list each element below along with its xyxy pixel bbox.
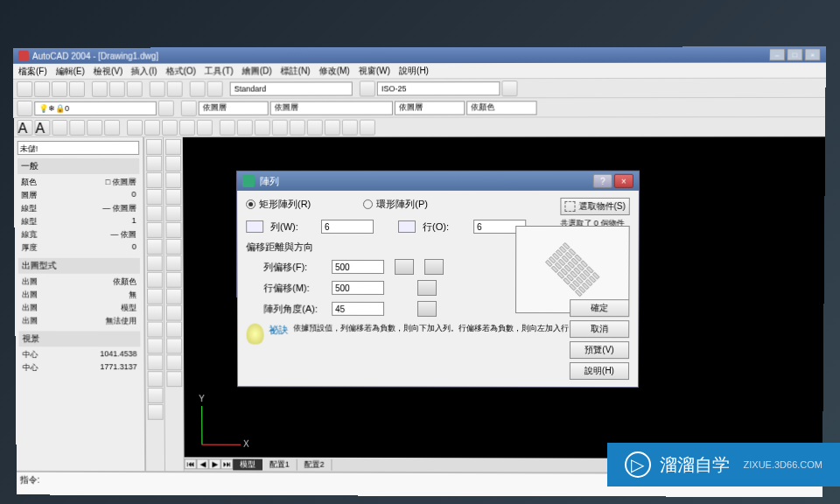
line-icon[interactable] <box>146 139 162 155</box>
insert-icon[interactable] <box>147 322 163 338</box>
menu-file[interactable]: 檔案(F) <box>18 65 47 77</box>
ellipse-icon[interactable] <box>147 289 163 304</box>
rows-input[interactable] <box>321 220 374 234</box>
render8-icon[interactable] <box>342 119 358 135</box>
color-icon[interactable] <box>181 100 197 116</box>
menu-tools[interactable]: 工具(T) <box>205 65 234 77</box>
polygon-icon[interactable] <box>146 189 162 205</box>
move-icon[interactable] <box>165 222 181 238</box>
row-offset-input[interactable] <box>332 260 384 274</box>
color-combo[interactable]: 依圖層 <box>199 101 269 115</box>
dialog-help-icon[interactable]: ? <box>593 174 612 188</box>
render6-icon[interactable] <box>307 119 323 135</box>
redo-icon[interactable] <box>167 80 183 96</box>
menu-modify[interactable]: 修改(M) <box>319 65 350 77</box>
menu-dimension[interactable]: 標註(N) <box>281 65 311 77</box>
close-button[interactable]: × <box>804 48 820 60</box>
col-offset-input[interactable] <box>332 281 384 295</box>
revcloud-icon[interactable] <box>147 256 163 271</box>
tab-model[interactable]: 模型 <box>233 458 262 470</box>
text-icon[interactable]: A <box>18 119 33 135</box>
menu-format[interactable]: 格式(O) <box>165 65 195 77</box>
fillet-icon[interactable] <box>166 354 182 370</box>
render1-icon[interactable] <box>220 119 235 135</box>
render3-icon[interactable] <box>255 119 270 135</box>
trim-icon[interactable] <box>166 289 182 304</box>
chamfer-icon[interactable] <box>166 338 182 354</box>
copy-icon[interactable] <box>109 80 125 96</box>
block-icon[interactable] <box>147 338 163 354</box>
pline-icon[interactable] <box>146 172 162 188</box>
layer-combo[interactable]: 💡❄🔒 0 <box>34 101 157 115</box>
help-button[interactable]: 說明(H) <box>570 362 629 380</box>
region-icon[interactable] <box>162 119 178 135</box>
tab-layout2[interactable]: 配置2 <box>298 458 332 470</box>
explode-icon[interactable] <box>166 371 182 387</box>
scale2-icon[interactable] <box>166 256 182 271</box>
layer-prev-icon[interactable] <box>158 100 174 116</box>
paste-icon[interactable] <box>127 80 143 96</box>
angle-input[interactable] <box>332 302 384 316</box>
radio-polar[interactable]: 環形陣列(P) <box>363 198 428 211</box>
tab-layout1[interactable]: 配置1 <box>262 458 298 470</box>
render7-icon[interactable] <box>325 119 340 135</box>
array-icon[interactable] <box>165 206 181 221</box>
preview-button[interactable]: 預覽(V) <box>570 341 629 359</box>
stretch-icon[interactable] <box>166 272 182 288</box>
scale-icon[interactable] <box>104 119 120 135</box>
render9-icon[interactable] <box>360 119 375 135</box>
select-objects-button[interactable]: 選取物件(S) <box>560 198 630 215</box>
linetype-combo[interactable]: 依圖層 <box>270 101 393 115</box>
open-icon[interactable] <box>34 80 50 96</box>
style-combo[interactable]: Standard <box>230 81 353 95</box>
offset-icon[interactable] <box>165 189 181 205</box>
menu-window[interactable]: 視窗(W) <box>359 65 390 77</box>
menu-help[interactable]: 說明(H) <box>399 65 429 77</box>
radio-rectangular[interactable]: 矩形陣列(R) <box>246 198 311 211</box>
zoom-icon[interactable] <box>207 80 223 96</box>
maximize-button[interactable]: □ <box>787 48 802 60</box>
new-icon[interactable] <box>17 80 32 96</box>
region2-icon[interactable] <box>148 388 164 403</box>
list-icon[interactable] <box>179 119 195 135</box>
erase-icon[interactable] <box>165 139 181 155</box>
mirror-icon[interactable] <box>165 172 181 188</box>
circle-icon[interactable] <box>147 239 163 255</box>
render4-icon[interactable] <box>272 119 288 135</box>
dimstyle-combo[interactable]: ISO-25 <box>377 81 500 95</box>
cut-icon[interactable] <box>92 80 108 96</box>
pick-both-button[interactable] <box>395 259 414 275</box>
pick-col-button[interactable] <box>417 280 437 296</box>
copy2-icon[interactable] <box>165 156 181 172</box>
menu-draw[interactable]: 繪圖(D) <box>242 65 272 77</box>
layer-props-icon[interactable] <box>17 100 32 116</box>
tab-next[interactable]: ▶ <box>208 458 220 469</box>
menu-edit[interactable]: 編輯(E) <box>56 65 85 77</box>
mtext-icon[interactable] <box>148 404 164 420</box>
extend-icon[interactable] <box>166 305 182 321</box>
xline-icon[interactable] <box>146 156 162 172</box>
menu-view[interactable]: 檢視(V) <box>94 65 122 77</box>
rotate-icon[interactable] <box>166 239 182 255</box>
dist-icon[interactable] <box>127 119 143 135</box>
render5-icon[interactable] <box>290 119 305 135</box>
menu-insert[interactable]: 插入(I) <box>131 65 157 77</box>
text2-icon[interactable]: A <box>34 119 50 135</box>
spline-icon[interactable] <box>147 272 163 288</box>
selection-combo[interactable]: 未儲! <box>18 141 139 155</box>
dim-icon[interactable] <box>360 80 375 96</box>
dialog-titlebar[interactable]: 陣列 ? × <box>237 172 639 191</box>
print-icon[interactable] <box>69 80 85 96</box>
lineweight-combo[interactable]: 依圖層 <box>395 101 465 115</box>
tab-first[interactable]: ⏮ <box>185 458 197 469</box>
pan-icon[interactable] <box>190 80 206 96</box>
break-icon[interactable] <box>166 322 182 338</box>
minimize-button[interactable]: – <box>769 48 785 60</box>
area-icon[interactable] <box>144 119 160 135</box>
textedit-icon[interactable] <box>52 119 67 135</box>
save-icon[interactable] <box>52 80 67 96</box>
tab-prev[interactable]: ◀ <box>197 458 209 469</box>
point-icon[interactable] <box>147 354 163 370</box>
ok-button[interactable]: 確定 <box>570 299 629 317</box>
plotstyle-combo[interactable]: 依顏色 <box>466 101 536 115</box>
